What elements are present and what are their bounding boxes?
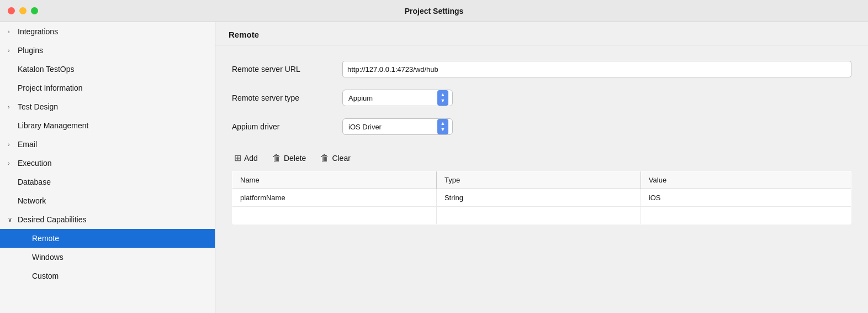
sidebar-item-library-management[interactable]: Library Management xyxy=(0,116,215,135)
url-row: Remote server URL xyxy=(232,61,851,77)
content-title: Remote xyxy=(229,30,259,39)
sidebar-item-label: Custom xyxy=(32,272,59,280)
capabilities-toolbar: ⊞ Add 🗑 Delete 🗑 Clear xyxy=(232,147,851,171)
close-button[interactable] xyxy=(8,7,15,14)
sidebar-item-label: Execution xyxy=(18,159,51,168)
sidebar-item-remote[interactable]: Remote xyxy=(0,229,215,248)
url-input[interactable] xyxy=(342,61,851,77)
sidebar-item-label: Project Information xyxy=(18,84,83,92)
add-icon: ⊞ xyxy=(234,153,241,163)
titlebar: Project Settings xyxy=(0,0,868,22)
delete-icon: 🗑 xyxy=(272,153,281,163)
cell-name: platformName xyxy=(232,189,437,207)
chevron-icon xyxy=(8,179,14,185)
table-row xyxy=(232,207,851,225)
content-area: Remote Remote server URL Remote server t… xyxy=(215,22,868,313)
sidebar-item-label: Katalon TestOps xyxy=(18,65,74,74)
add-button[interactable]: ⊞ Add xyxy=(232,152,260,164)
chevron-icon: › xyxy=(8,141,14,148)
url-label: Remote server URL xyxy=(232,65,342,74)
delete-button[interactable]: 🗑 Delete xyxy=(270,152,308,164)
chevron-down-icon: ∨ xyxy=(8,216,14,223)
capabilities-table: Name Type Value platformName String iOS xyxy=(232,171,851,225)
sidebar-item-katalon-testops[interactable]: Katalon TestOps xyxy=(0,60,215,79)
server-type-label: Remote server type xyxy=(232,93,342,102)
sidebar-item-project-information[interactable]: Project Information xyxy=(0,79,215,97)
sidebar-item-label: Desired Capabilities xyxy=(18,215,87,224)
chevron-icon: › xyxy=(8,47,14,54)
main-layout: › Integrations › Plugins Katalon TestOps… xyxy=(0,22,868,313)
chevron-icon xyxy=(8,66,14,72)
content-body: Remote server URL Remote server type App… xyxy=(215,45,868,236)
cell-type: String xyxy=(436,189,641,207)
window-title: Project Settings xyxy=(405,7,464,15)
sidebar-item-test-design[interactable]: › Test Design xyxy=(0,97,215,116)
sidebar-item-label: Network xyxy=(18,196,46,205)
sidebar-item-label: Library Management xyxy=(18,121,88,130)
sidebar-item-execution[interactable]: › Execution xyxy=(0,154,215,173)
sidebar-item-label: Plugins xyxy=(18,46,43,55)
clear-icon: 🗑 xyxy=(320,153,329,163)
maximize-button[interactable] xyxy=(31,7,38,14)
sidebar-item-network[interactable]: Network xyxy=(0,191,215,210)
add-label: Add xyxy=(244,154,258,163)
content-header: Remote xyxy=(215,22,868,45)
sidebar-item-email[interactable]: › Email xyxy=(0,135,215,154)
driver-row: Appium driver iOS Driver Android Driver … xyxy=(232,118,851,135)
clear-label: Clear xyxy=(332,154,350,163)
clear-button[interactable]: 🗑 Clear xyxy=(318,152,352,164)
driver-select-wrap: iOS Driver Android Driver Mac Driver ▲ ▼ xyxy=(342,118,453,135)
sidebar-item-desired-capabilities[interactable]: ∨ Desired Capabilities xyxy=(0,210,215,229)
chevron-icon xyxy=(8,85,14,91)
chevron-icon: › xyxy=(8,103,14,110)
sidebar-item-integrations[interactable]: › Integrations xyxy=(0,22,215,41)
sidebar-item-windows[interactable]: Windows xyxy=(0,248,215,267)
sidebar-item-label: Test Design xyxy=(18,102,58,111)
server-type-select[interactable]: Appium Selenium Other xyxy=(342,90,453,106)
chevron-icon xyxy=(22,235,29,242)
chevron-icon: › xyxy=(8,28,14,35)
col-type-header: Type xyxy=(436,171,641,189)
driver-select[interactable]: iOS Driver Android Driver Mac Driver xyxy=(342,118,453,135)
sidebar-item-label: Integrations xyxy=(18,27,58,36)
col-value-header: Value xyxy=(641,171,851,189)
sidebar-item-label: Database xyxy=(18,178,51,186)
cell-value: iOS xyxy=(641,189,851,207)
sidebar-item-label: Email xyxy=(18,140,37,149)
sidebar-item-label: Remote xyxy=(32,234,59,243)
cell-type xyxy=(436,207,641,225)
driver-label: Appium driver xyxy=(232,122,342,131)
table-header-row: Name Type Value xyxy=(232,171,851,189)
table-row: platformName String iOS xyxy=(232,189,851,207)
sidebar-item-label: Windows xyxy=(32,253,63,262)
cell-name xyxy=(232,207,437,225)
minimize-button[interactable] xyxy=(19,7,27,14)
sidebar-item-database[interactable]: Database xyxy=(0,173,215,191)
cell-value xyxy=(641,207,851,225)
sidebar-item-plugins[interactable]: › Plugins xyxy=(0,41,215,60)
col-name-header: Name xyxy=(232,171,437,189)
delete-label: Delete xyxy=(284,154,306,163)
server-type-select-wrap: Appium Selenium Other ▲ ▼ xyxy=(342,90,453,106)
server-type-row: Remote server type Appium Selenium Other… xyxy=(232,90,851,106)
chevron-icon xyxy=(22,254,29,260)
window-controls xyxy=(8,7,38,14)
chevron-icon xyxy=(8,122,14,129)
chevron-icon xyxy=(8,197,14,204)
chevron-icon xyxy=(22,273,29,279)
sidebar: › Integrations › Plugins Katalon TestOps… xyxy=(0,22,215,313)
sidebar-item-custom[interactable]: Custom xyxy=(0,267,215,285)
chevron-icon: › xyxy=(8,160,14,166)
